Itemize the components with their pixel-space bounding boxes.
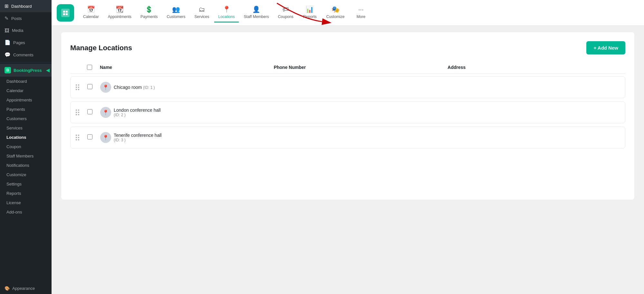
nav-item-locations[interactable]: 📍 Locations [214,3,238,23]
nav-item-staff-members[interactable]: 👤 Staff Members [240,3,273,23]
drag-handle[interactable] [74,108,87,117]
sidebar-sub-item-services[interactable]: Services [0,123,52,133]
table-row: 📍 London conference hall (ID: 2 ) [70,101,625,123]
customize-icon: 🎭 [332,5,340,13]
sidebar-bottom: 🎨 Appearance [0,283,52,294]
drag-handle[interactable] [74,133,87,142]
row-2-name: London conference hall (ID: 2 ) [111,108,161,117]
add-new-button[interactable]: + Add New [586,41,625,54]
main-area: 📅 Calendar 📆 Appointments 💲 Payments 👥 C… [52,0,644,294]
coupons-icon: 🏷 [283,6,289,13]
table-header: Name Phone Number Address [70,62,625,74]
payments-icon: 💲 [145,5,153,13]
drag-handle[interactable] [74,83,87,91]
row-1-avatar: 📍 [100,82,111,93]
content-area: Manage Locations + Add New Name Phone Nu… [52,26,644,294]
content-inner: Manage Locations + Add New Name Phone Nu… [61,32,634,200]
header-drag [74,65,87,71]
sidebar-sub-item-payments[interactable]: Payments [0,105,52,114]
sidebar-item-bookingpress[interactable]: B BookingPress ◀ [0,64,52,77]
row-checkbox-2 [87,109,100,116]
header-checkbox-col [87,65,100,71]
brand-logo-icon [61,8,70,18]
sidebar-item-posts[interactable]: ✎ Posts [0,12,52,24]
nav-item-reports[interactable]: 📊 Reports [299,3,321,23]
nav-item-customers[interactable]: 👥 Customers [163,3,189,23]
nav-item-services[interactable]: 🗂 Services [190,3,213,23]
sidebar-sub-item-customers[interactable]: Customers [0,114,52,123]
row-3-checkbox[interactable] [87,134,92,139]
sidebar-collapse-arrow: ◀ [46,68,50,73]
staff-icon: 👤 [252,5,260,13]
row-3-avatar: 📍 [100,132,111,143]
sidebar-sub-item-locations[interactable]: Locations [0,133,52,142]
bookingpress-icon: B [5,67,11,73]
row-1-name: Chicago room (ID: 1 ) [111,85,155,90]
row-checkbox-1 [87,84,100,90]
locations-icon: 📍 [223,5,231,13]
sidebar-sub-item-staff-members[interactable]: Staff Members [0,151,52,161]
row-3-name: Tenerife conference hall (ID: 3 ) [111,133,162,142]
row-1-name-col: 📍 Chicago room (ID: 1 ) [100,82,274,93]
nav-item-coupons[interactable]: 🏷 Coupons [274,3,297,23]
sidebar-item-comments[interactable]: 💬 Comments [0,49,52,61]
more-icon: ··· [358,6,364,13]
dashboard-icon: ⊞ [5,3,9,9]
sidebar-item-appearance[interactable]: 🎨 Appearance [0,283,52,294]
svg-rect-0 [61,9,70,17]
sidebar-sub-item-calendar[interactable]: Calendar [0,86,52,95]
page-title: Manage Locations [70,44,132,52]
sidebar-item-dashboard[interactable]: ⊞ Dashboard [0,0,52,12]
row-checkbox-3 [87,134,100,141]
sidebar-sub-item-coupon[interactable]: Coupon [0,142,52,151]
calendar-icon: 📅 [87,5,95,13]
row-3-name-col: 📍 Tenerife conference hall (ID: 3 ) [100,132,274,143]
nav-item-calendar[interactable]: 📅 Calendar [79,3,103,23]
sidebar-sub-item-dashboard[interactable]: Dashboard [0,77,52,86]
select-all-checkbox[interactable] [87,65,92,70]
row-2-name-col: 📍 London conference hall (ID: 2 ) [100,107,274,118]
sidebar-sub-item-settings[interactable]: Settings [0,179,52,189]
reports-icon: 📊 [306,5,314,13]
nav-item-appointments[interactable]: 📆 Appointments [104,3,135,23]
brand-logo [57,4,74,22]
sidebar: ⊞ Dashboard ✎ Posts 🖼 Media 📄 Pages 💬 Co… [0,0,52,294]
sidebar-item-pages[interactable]: 📄 Pages [0,36,52,49]
nav-item-more[interactable]: ··· More [350,3,372,23]
nav-item-payments[interactable]: 💲 Payments [137,3,161,23]
header-name: Name [100,65,274,71]
appearance-icon: 🎨 [5,286,10,291]
sidebar-sub-item-notifications[interactable]: Notifications [0,161,52,170]
sidebar-sub-item-license[interactable]: License [0,198,52,207]
content-header: Manage Locations + Add New [70,41,625,54]
sidebar-sub-item-appointments[interactable]: Appointments [0,95,52,105]
customers-icon: 👥 [172,5,180,13]
pages-icon: 📄 [5,40,11,45]
header-phone: Phone Number [274,65,448,71]
table-row: 📍 Tenerife conference hall (ID: 3 ) [70,127,625,148]
appointments-icon: 📆 [116,5,124,13]
nav-item-customize[interactable]: 🎭 Customize [322,3,349,23]
services-icon: 🗂 [198,6,205,13]
sidebar-divider [0,62,52,62]
sidebar-sub-item-reports[interactable]: Reports [0,189,52,198]
row-1-checkbox[interactable] [87,84,92,89]
sidebar-sub-item-customize[interactable]: Customize [0,170,52,179]
sidebar-item-media[interactable]: 🖼 Media [0,24,52,36]
posts-icon: ✎ [5,15,9,21]
top-nav: 📅 Calendar 📆 Appointments 💲 Payments 👥 C… [52,0,644,26]
media-icon: 🖼 [5,28,9,33]
table-row: 📍 Chicago room (ID: 1 ) [70,76,625,98]
row-2-avatar: 📍 [100,107,111,118]
row-2-checkbox[interactable] [87,109,92,114]
comments-icon: 💬 [5,52,11,58]
sidebar-sub-item-add-ons[interactable]: Add-ons [0,207,52,217]
header-address: Address [447,65,621,71]
